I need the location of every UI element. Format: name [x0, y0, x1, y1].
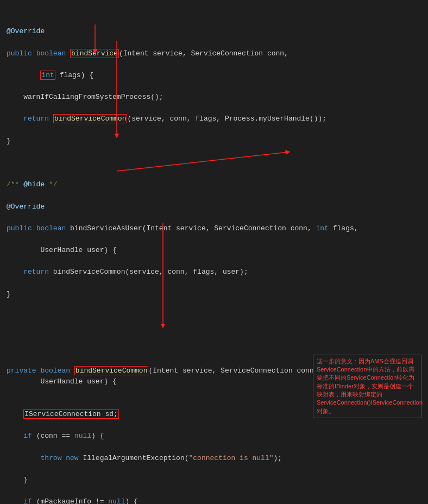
iserviceconnection-highlight: IServiceConnection sd;: [23, 410, 119, 419]
annotation: @Override: [7, 27, 45, 35]
line-6: }: [7, 136, 421, 147]
line-18: if (conn == null) {: [7, 431, 421, 442]
bindservicecommon-highlight: bindServiceCommon: [53, 114, 128, 123]
tooltip-box: 这一步的意义：因为AMS会强迫回调ServiceConnection中的方法，前…: [313, 355, 421, 419]
line-13: }: [7, 289, 421, 300]
line-7: [7, 158, 421, 168]
line-11: UserHandle user) {: [7, 245, 421, 256]
line-14: [7, 311, 421, 322]
line-5: return bindServiceCommon(service, conn, …: [7, 114, 421, 124]
line-20: }: [7, 475, 421, 486]
line-1: @Override: [7, 26, 421, 37]
line-8: /** @hide */: [7, 179, 421, 190]
code-container: @Override public boolean bindService(Int…: [0, 0, 428, 504]
line-15: private boolean bindServiceCommon(Intent…: [7, 355, 421, 387]
bindservice-highlight: bindService: [70, 49, 119, 58]
bindservicecommon-def-highlight: bindServiceCommon: [74, 366, 149, 375]
line-3: int flags) {: [7, 70, 421, 81]
line-9: @Override: [7, 201, 421, 212]
line-21: if (mPackageInfo != null) {: [7, 496, 421, 504]
line-4: warnIfCallingFromSystemProcess();: [7, 92, 421, 103]
line-19: throw new IllegalArgumentException("conn…: [7, 453, 421, 464]
line-2: public boolean bindService(Intent servic…: [7, 48, 421, 59]
line-10: public boolean bindServiceAsUser(Intent …: [7, 223, 421, 234]
line-12: return bindServiceCommon(service, conn, …: [7, 267, 421, 278]
